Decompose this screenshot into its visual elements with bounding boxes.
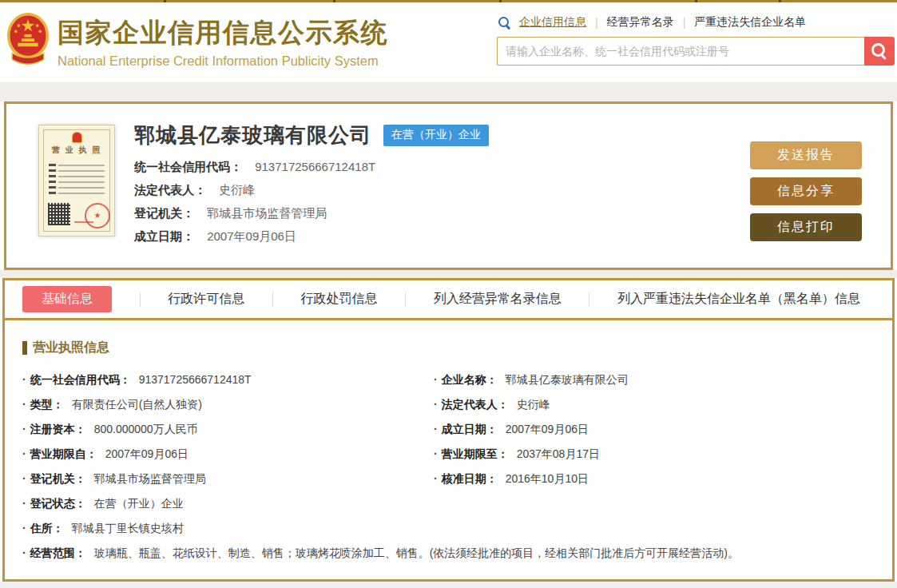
section-title: 营业执照信息 <box>22 340 876 356</box>
field-address: 住所：郓城县丁里长镇史垓村 <box>22 516 434 541</box>
business-license-thumbnail: 营 业 执 照 ★ <box>38 125 115 236</box>
license-fields-grid: 统一社会信用代码：91371725666712418T 企业名称：郓城县亿泰玻璃… <box>22 368 876 566</box>
card-field-registration-authority: 登记机关： 郓城县市场监督管理局 <box>134 206 750 221</box>
license-title: 营 业 执 照 <box>39 145 114 156</box>
nav-separator: | <box>683 16 686 29</box>
top-line-tick <box>164 0 166 2</box>
license-text-lines <box>49 164 105 197</box>
header-divider-band <box>0 82 897 101</box>
tab-bar: 基础信息 行政许可信息 行政处罚信息 列入经营异常名录信息 列入严重违法失信企业… <box>5 280 892 320</box>
company-name: 郓城县亿泰玻璃有限公司 <box>134 121 371 149</box>
print-info-button[interactable]: 信息打印 <box>750 213 862 241</box>
panel-gap <box>0 270 897 278</box>
search-input[interactable] <box>497 37 864 66</box>
tab-separator <box>272 292 273 307</box>
tab-administrative-license[interactable]: 行政许可信息 <box>168 286 244 312</box>
top-line-tick <box>499 0 502 2</box>
magnifier-icon <box>871 43 887 59</box>
company-info: 郓城县亿泰玻璃有限公司 在营（开业）企业 统一社会信用代码： 913717256… <box>134 120 750 268</box>
share-info-button[interactable]: 信息分享 <box>750 177 862 205</box>
site-title-cn: 国家企业信用信息公示系统 <box>58 15 388 51</box>
brand: 国家企业信用信息公示系统 National Enterprise Credit … <box>6 2 388 82</box>
field-term-to: 营业期限至：2037年08月17日 <box>434 442 876 467</box>
bottom-strip <box>0 582 897 588</box>
top-gold-line <box>0 0 897 2</box>
search-bar <box>497 37 895 66</box>
tab-separator <box>405 292 406 307</box>
field-registration-status: 登记状态：在营（开业）企业 <box>22 491 434 516</box>
card-field-credit-code: 统一社会信用代码： 91371725666712418T <box>134 160 750 175</box>
field-term-from: 营业期限自：2007年09月06日 <box>22 442 434 467</box>
send-report-button[interactable]: 发送报告 <box>750 141 862 169</box>
card-action-buttons: 发送报告 信息分享 信息打印 <box>750 120 862 268</box>
basic-info-content: 营业执照信息 统一社会信用代码：91371725666712418T 企业名称：… <box>5 320 892 566</box>
license-red-seal: ★ <box>85 203 110 228</box>
field-establishment-date: 成立日期：2007年09月06日 <box>434 417 876 442</box>
tab-administrative-penalty[interactable]: 行政处罚信息 <box>301 286 378 312</box>
nav-link-serious-violations[interactable]: 严重违法失信企业名单 <box>694 15 806 30</box>
field-company-name: 企业名称：郓城县亿泰玻璃有限公司 <box>434 368 876 392</box>
nav-separator: | <box>595 16 598 29</box>
brand-text: 国家企业信用信息公示系统 National Enterprise Credit … <box>58 12 388 69</box>
tab-separator <box>589 292 589 307</box>
top-line-tick <box>695 0 697 2</box>
empty-cell <box>434 516 876 541</box>
field-approval-date: 核准日期：2016年10月10日 <box>434 467 876 491</box>
site-title-en: National Enterprise Credit Information P… <box>58 54 388 69</box>
card-field-establishment-date: 成立日期： 2007年09月06日 <box>134 229 750 244</box>
nav-link-enterprise-credit[interactable]: 企业信用信息 <box>519 15 586 30</box>
license-emblem-icon <box>72 132 82 143</box>
national-emblem-logo-icon <box>6 12 50 73</box>
top-nav: 企业信用信息 | 经营异常名录 | 严重违法失信企业名单 <box>497 15 895 30</box>
status-badge: 在营（开业）企业 <box>383 125 489 146</box>
nav-link-abnormal-operations[interactable]: 经营异常名录 <box>607 15 674 30</box>
search-icon <box>498 17 510 29</box>
field-legal-representative: 法定代表人：史衍峰 <box>434 392 876 417</box>
top-line-tick <box>779 0 781 2</box>
top-line-tick <box>333 0 335 2</box>
license-qr-code <box>48 203 70 225</box>
search-button[interactable] <box>864 37 895 66</box>
header-right: 企业信用信息 | 经营异常名录 | 严重违法失信企业名单 <box>497 2 895 82</box>
company-summary-card: 营 业 执 照 ★ 郓城县亿泰玻璃有限公司 在营（开业）企业 统一社会信用代码：… <box>4 101 893 270</box>
section-title-bar <box>22 341 27 355</box>
tab-separator <box>140 292 141 307</box>
detail-panel: 基础信息 行政许可信息 行政处罚信息 列入经营异常名录信息 列入严重违法失信企业… <box>2 278 895 582</box>
field-business-scope: 经营范围：玻璃瓶、瓶盖、花纸设计、制造、销售；玻璃烤花喷涂加工、销售。(依法须经… <box>22 541 876 566</box>
field-registered-capital: 注册资本：800.000000万人民币 <box>22 417 434 442</box>
tab-serious-violations-blacklist[interactable]: 列入严重违法失信企业名单（黑名单）信息 <box>617 286 860 312</box>
tab-basic-info[interactable]: 基础信息 <box>22 286 112 312</box>
field-company-type: 类型：有限责任公司(自然人独资) <box>22 392 434 417</box>
empty-cell <box>434 491 876 516</box>
field-registration-authority: 登记机关：郓城县市场监督管理局 <box>22 467 434 491</box>
tab-abnormal-operations-list[interactable]: 列入经营异常名录信息 <box>434 286 562 312</box>
site-header: 国家企业信用信息公示系统 National Enterprise Credit … <box>0 2 897 82</box>
field-credit-code: 统一社会信用代码：91371725666712418T <box>22 368 434 392</box>
card-field-legal-representative: 法定代表人： 史衍峰 <box>134 183 750 198</box>
